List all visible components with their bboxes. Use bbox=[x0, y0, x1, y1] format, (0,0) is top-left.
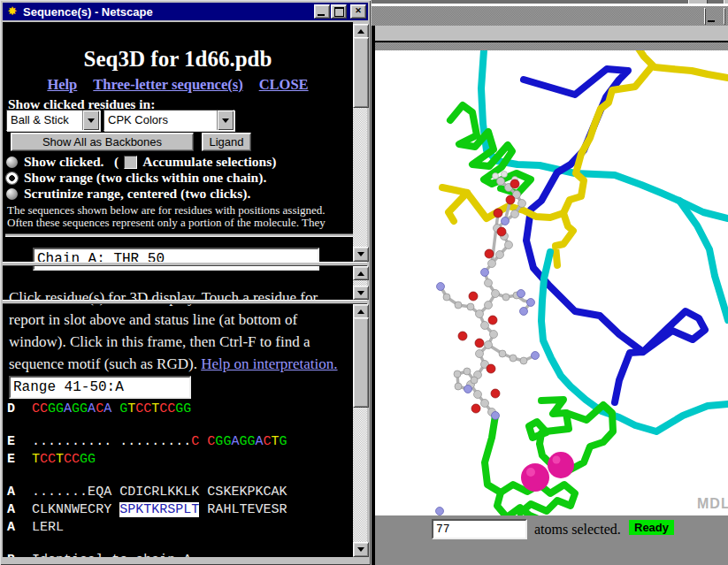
residue-char[interactable]: W bbox=[72, 502, 80, 517]
residue-char[interactable]: K bbox=[48, 502, 56, 517]
residue-char[interactable]: R bbox=[207, 502, 215, 517]
residue-char[interactable]: . bbox=[151, 434, 159, 449]
residue-char[interactable]: G bbox=[72, 401, 80, 416]
residue-char[interactable]: C bbox=[143, 401, 151, 416]
inactive-titlebar[interactable] bbox=[372, 6, 728, 26]
residue-char[interactable]: G bbox=[279, 434, 287, 449]
residue-char[interactable]: G bbox=[80, 401, 88, 416]
residue-char[interactable]: L bbox=[56, 520, 64, 535]
scroll-thumb[interactable] bbox=[353, 37, 369, 108]
residue-char[interactable]: . bbox=[40, 434, 48, 449]
residue-char[interactable]: I bbox=[135, 485, 143, 500]
residue-char[interactable]: C bbox=[64, 452, 72, 467]
residue-char[interactable]: . bbox=[40, 485, 48, 500]
residue-char[interactable] bbox=[199, 485, 207, 500]
residue-char[interactable]: D bbox=[127, 485, 135, 500]
radio-scrutinize[interactable]: Scrutinize range, centered (two clicks). bbox=[6, 186, 250, 202]
residue-report-slot[interactable] bbox=[33, 248, 319, 271]
residue-char[interactable]: C bbox=[207, 434, 215, 449]
residue-char[interactable]: . bbox=[88, 434, 96, 449]
residue-char[interactable]: K bbox=[279, 485, 287, 500]
residue-char[interactable]: . bbox=[72, 485, 80, 500]
residue-char[interactable]: Y bbox=[103, 502, 111, 517]
residue-char[interactable]: . bbox=[32, 485, 40, 500]
residue-char[interactable]: E bbox=[80, 502, 88, 517]
color-scheme-dropdown[interactable]: CPK Colors bbox=[103, 110, 234, 131]
residue-char[interactable]: C bbox=[32, 401, 40, 416]
residue-char[interactable]: . bbox=[56, 485, 64, 500]
residue-char[interactable]: N bbox=[56, 502, 64, 517]
residue-char[interactable]: G bbox=[80, 452, 88, 467]
residue-char[interactable]: N bbox=[64, 502, 72, 517]
residue-char[interactable]: K bbox=[167, 485, 175, 500]
residue-char[interactable]: G bbox=[119, 401, 127, 416]
radio-show-clicked[interactable]: Show clicked. (Accumulate selections) bbox=[6, 154, 276, 170]
window-titlebar[interactable]: ✸ Sequence(s) - Netscape ✕ bbox=[3, 3, 368, 20]
residue-char[interactable]: G bbox=[183, 401, 191, 416]
residue-char[interactable]: . bbox=[127, 434, 135, 449]
scroll-down-arrow[interactable] bbox=[353, 247, 369, 262]
residue-char[interactable]: G bbox=[48, 401, 56, 416]
residue-char[interactable]: C bbox=[167, 401, 175, 416]
residue-char[interactable]: G bbox=[88, 452, 96, 467]
residue-char[interactable]: T bbox=[127, 401, 135, 416]
residue-char[interactable]: T bbox=[56, 452, 64, 467]
maximize-button[interactable] bbox=[331, 4, 347, 19]
residue-char[interactable]: . bbox=[159, 434, 167, 449]
residue-char[interactable] bbox=[111, 502, 119, 517]
residue-char[interactable]: K bbox=[135, 502, 143, 517]
residue-char[interactable]: C bbox=[191, 434, 199, 449]
residue-char[interactable]: C bbox=[135, 401, 143, 416]
residue-char[interactable]: . bbox=[103, 434, 111, 449]
residue-char[interactable]: C bbox=[143, 485, 151, 500]
scroll-thumb[interactable] bbox=[353, 317, 369, 408]
molecule-viewport[interactable]: MDL bbox=[375, 50, 728, 515]
residue-char[interactable]: C bbox=[40, 452, 48, 467]
show-all-backbones-button[interactable]: Show All as Backbones bbox=[11, 133, 194, 151]
residue-char[interactable]: T bbox=[151, 401, 159, 416]
residue-char[interactable]: T bbox=[191, 502, 199, 517]
radio-icon[interactable] bbox=[6, 157, 18, 168]
residue-char[interactable]: L bbox=[183, 502, 191, 517]
residue-char[interactable]: C bbox=[88, 502, 96, 517]
residue-char[interactable]: R bbox=[279, 502, 287, 517]
residue-char[interactable]: . bbox=[48, 485, 56, 500]
close-button[interactable]: ✕ bbox=[350, 4, 366, 19]
residue-char[interactable]: K bbox=[151, 502, 159, 517]
residue-char[interactable]: R bbox=[96, 502, 103, 517]
residue-char[interactable]: E bbox=[88, 485, 96, 500]
residue-char[interactable]: L bbox=[159, 485, 167, 500]
frame-border[interactable] bbox=[3, 262, 367, 266]
residue-char[interactable]: G bbox=[175, 401, 183, 416]
atom-count-input[interactable] bbox=[432, 519, 527, 539]
interpretation-help-link[interactable]: Help on interpretation. bbox=[201, 355, 337, 372]
residue-char[interactable]: P bbox=[127, 502, 135, 517]
residue-char[interactable]: . bbox=[48, 434, 56, 449]
residue-char[interactable]: . bbox=[64, 485, 72, 500]
residue-char[interactable]: T bbox=[143, 502, 151, 517]
residue-char[interactable]: . bbox=[143, 434, 151, 449]
accumulate-checkbox[interactable] bbox=[124, 156, 137, 169]
residue-char[interactable]: . bbox=[80, 485, 88, 500]
residue-char[interactable] bbox=[199, 502, 207, 517]
residue-char[interactable]: C bbox=[119, 485, 127, 500]
scroll-down-arrow[interactable] bbox=[353, 286, 369, 300]
chevron-down-icon[interactable] bbox=[217, 111, 234, 130]
close-link[interactable]: CLOSE bbox=[259, 76, 309, 93]
residue-char[interactable]: E bbox=[40, 520, 48, 535]
residue-char[interactable]: L bbox=[32, 520, 40, 535]
chevron-down-icon[interactable] bbox=[82, 111, 99, 130]
scroll-up-arrow[interactable] bbox=[353, 266, 369, 280]
maximize-button[interactable] bbox=[724, 8, 725, 25]
residue-char[interactable]: S bbox=[167, 502, 175, 517]
residue-char[interactable]: S bbox=[119, 502, 127, 517]
residue-char[interactable]: K bbox=[191, 485, 199, 500]
residue-char[interactable] bbox=[199, 434, 207, 449]
residue-char[interactable]: . bbox=[72, 434, 80, 449]
residue-char[interactable]: C bbox=[207, 485, 215, 500]
three-letter-link[interactable]: Three-letter sequence(s) bbox=[93, 76, 242, 93]
residue-char[interactable]: C bbox=[32, 502, 40, 517]
radio-icon-selected[interactable] bbox=[6, 172, 18, 184]
ligand-button[interactable]: Ligand bbox=[202, 133, 251, 151]
residue-char[interactable]: A bbox=[88, 401, 96, 416]
